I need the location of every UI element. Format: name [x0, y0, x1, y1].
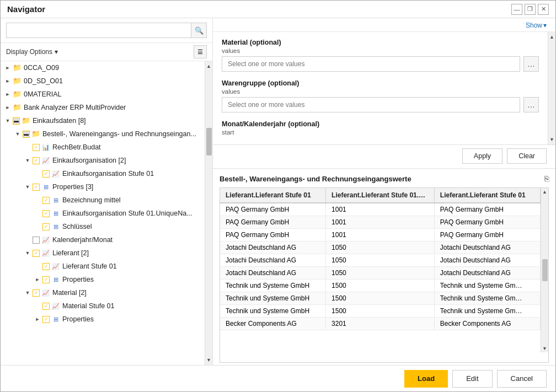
show-button[interactable]: Show ▾: [526, 22, 547, 29]
table-cell-8-1: 1500: [326, 305, 435, 318]
clear-button[interactable]: Clear: [507, 148, 547, 164]
tree-item-rechbetr[interactable]: ✓📊RechBetr.Budat: [1, 141, 205, 154]
table-scroll-down[interactable]: ▼: [541, 345, 548, 352]
table-bottom-scrollbar[interactable]: ◀ ▶: [220, 362, 548, 363]
expand-icon: ▼: [24, 289, 31, 297]
tree-item-bank_analyzer[interactable]: ►📁Bank Analyzer ERP MultiProvider: [1, 101, 205, 114]
edit-button[interactable]: Edit: [452, 370, 492, 388]
load-button[interactable]: Load: [404, 370, 448, 388]
checkbox[interactable]: ▬: [13, 117, 20, 125]
expand-icon: ►: [4, 90, 12, 98]
tree-item-properties_lieferant[interactable]: ►✓⊞Properties: [1, 273, 205, 286]
tree-item-einkaufsdaten[interactable]: ▼▬📁Einkaufsdaten [8]: [1, 114, 205, 127]
item-icon: 📈: [51, 302, 60, 310]
item-icon: 📁: [13, 63, 22, 72]
table-cell-4-1: 1050: [326, 254, 435, 267]
item-label: Lieferant [2]: [52, 248, 89, 259]
tree-item-properties3[interactable]: ▼✓⊞Properties [3]: [1, 180, 205, 194]
checkbox[interactable]: ✓: [42, 223, 50, 230]
item-label: Kalenderjahr/Monat: [52, 234, 113, 245]
checkbox[interactable]: ✓: [33, 157, 40, 164]
table-scroll-right[interactable]: ▶: [541, 363, 547, 363]
table-scroll-up[interactable]: ▲: [541, 188, 548, 196]
tree-item-schluessel[interactable]: ✓⊞Schlüssel: [1, 220, 205, 233]
col-header-2: Lieferant.Lieferant Stufe 01: [434, 188, 540, 203]
checkbox[interactable]: ✓: [42, 170, 50, 178]
table-row: Jotachi Deutschland AG1050Jotachi Deutsc…: [220, 241, 541, 254]
item-icon: 📈: [41, 288, 50, 297]
table-row: Technik und Systeme GmbH1500Technik und …: [220, 292, 541, 305]
checkbox[interactable]: ✓: [42, 276, 50, 283]
expand-icon: [24, 236, 31, 244]
tree-item-lieferant2[interactable]: ▼✓📈Lieferant [2]: [1, 246, 205, 260]
param-warengruppe-ellipsis-btn[interactable]: …: [523, 97, 539, 112]
copy-icon[interactable]: ⎘: [544, 174, 549, 183]
cancel-button[interactable]: Cancel: [497, 370, 547, 388]
search-button[interactable]: 🔍: [191, 23, 207, 38]
checkbox[interactable]: [33, 237, 40, 244]
param-material-ellipsis-btn[interactable]: …: [523, 56, 539, 72]
tree-item-0CCA_O09[interactable]: ►📁0CCA_O09: [1, 61, 205, 74]
display-options-label-text: Display Options: [6, 48, 52, 56]
checkbox[interactable]: ✓: [42, 197, 50, 204]
tree-item-bezeichnung_mittel[interactable]: ✓⊞Bezeichnung mittel: [1, 194, 205, 207]
close-button[interactable]: ✕: [538, 4, 549, 15]
table-cell-1-1: 1001: [326, 216, 435, 229]
item-label: Schlüssel: [62, 221, 92, 232]
display-options-bar: Display Options ▾ ☰: [1, 43, 212, 61]
table-right-scrollbar[interactable]: ▲ ▼: [541, 188, 548, 352]
param-warengruppe: Warengruppe (optional) values …: [222, 79, 539, 112]
display-options-button[interactable]: Display Options ▾: [6, 48, 58, 56]
show-chevron-icon: ▾: [543, 22, 547, 29]
tree-item-einkaufsorg_stufe[interactable]: ✓📈Einkaufsorganisation Stufe 01: [1, 167, 205, 180]
checkbox[interactable]: ✓: [42, 303, 50, 310]
navigator-window: Navigator — ❐ ✕ 🔍 Display Options ▾ ☰: [0, 0, 556, 392]
expand-icon: [34, 302, 41, 310]
table-cell-3-2: Jotachi Deutschland AG: [434, 241, 540, 254]
display-options-icon-btn[interactable]: ☰: [194, 45, 207, 58]
table-cell-5-0: Jotachi Deutschland AG: [220, 267, 326, 280]
restore-button[interactable]: ❐: [525, 4, 536, 15]
checkbox[interactable]: ✓: [42, 263, 50, 270]
checkbox[interactable]: ✓: [33, 289, 40, 297]
checkbox[interactable]: ✓: [42, 210, 50, 217]
apply-button[interactable]: Apply: [462, 148, 502, 164]
tree-item-0MATERIAL[interactable]: ►📁0MATERIAL: [1, 88, 205, 101]
scroll-thumb[interactable]: [206, 128, 212, 155]
table-cell-8-0: Technik und Systeme GmbH: [220, 305, 326, 318]
item-label: Bank Analyzer ERP MultiProvider: [24, 102, 126, 113]
tree-item-bestell[interactable]: ▼▬📁Bestell-, Wareneingangs- und Rechnung…: [1, 127, 205, 141]
table-body: PAQ Germany GmbH1001PAQ Germany GmbHPAQ …: [220, 203, 541, 330]
expand-icon: ▼: [14, 130, 22, 138]
minimize-button[interactable]: —: [511, 4, 522, 15]
checkbox[interactable]: ✓: [42, 316, 50, 323]
params-scroll-down[interactable]: ▼: [548, 135, 556, 144]
table-scroll-thumb-v[interactable]: [542, 259, 548, 281]
tree-item-material_stufe01[interactable]: ✓📈Material Stufe 01: [1, 299, 205, 313]
checkbox[interactable]: ✓: [33, 184, 40, 191]
tree-item-material2[interactable]: ▼✓📈Material [2]: [1, 286, 205, 299]
tree-item-kalenderjahr[interactable]: 📈Kalenderjahr/Monat: [1, 233, 205, 246]
item-icon: ⊞: [41, 182, 50, 191]
scroll-down-btn[interactable]: ▼: [205, 355, 213, 365]
tree-item-properties_material[interactable]: ►✓⊞Properties: [1, 313, 205, 326]
scroll-up-btn[interactable]: ▲: [205, 61, 213, 71]
tree-item-0D_SD_O01[interactable]: ►📁0D_SD_O01: [1, 74, 205, 88]
checkbox[interactable]: ▬: [23, 131, 30, 138]
param-warengruppe-input[interactable]: [222, 97, 520, 112]
params-scrollbar[interactable]: ▲ ▼: [548, 32, 555, 144]
col-header-0: Lieferant.Lieferant Stufe 01: [220, 188, 326, 203]
table-scroll-left[interactable]: ◀: [221, 363, 227, 363]
checkbox[interactable]: ✓: [33, 250, 40, 257]
table-cell-9-0: Becker Components AG: [220, 318, 326, 330]
checkbox[interactable]: ✓: [33, 144, 40, 151]
table-scroll-area[interactable]: Lieferant.Lieferant Stufe 01Lieferant.Li…: [220, 188, 548, 362]
tree-item-lieferant_stufe01[interactable]: ✓📈Lieferant Stufe 01: [1, 260, 205, 273]
param-material-input[interactable]: [222, 56, 520, 72]
tree-content[interactable]: ►📁0CCA_O09►📁0D_SD_O01►📁0MATERIAL►📁Bank A…: [1, 61, 205, 365]
left-panel-scrollbar[interactable]: ▲ ▼: [205, 61, 212, 365]
search-input[interactable]: [6, 23, 191, 38]
tree-item-einkaufsorg[interactable]: ▼✓📈Einkaufsorganisation [2]: [1, 154, 205, 167]
tree-item-einkaufsorg_uniquena[interactable]: ✓⊞Einkaufsorganisation Stufe 01.UniqueNa…: [1, 207, 205, 220]
params-scroll-up[interactable]: ▲: [548, 32, 556, 42]
